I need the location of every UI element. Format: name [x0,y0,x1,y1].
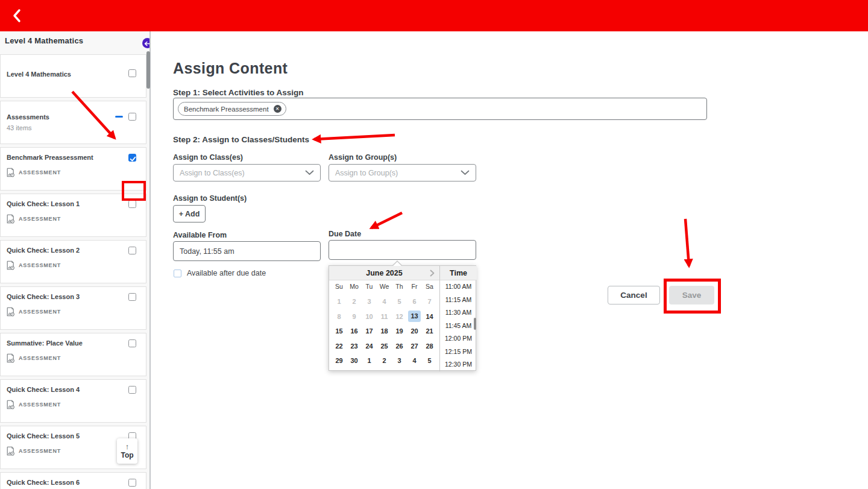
time-option[interactable]: 12:15 PM [440,345,477,359]
calendar-day[interactable]: 1 [362,353,377,368]
calendar-day[interactable]: 10 [362,309,377,324]
calendar-week-row: 1234567 [332,294,437,309]
item-type-label: ASSESSMENT [19,169,61,175]
item-checkbox[interactable] [128,293,136,301]
item-checkbox[interactable] [128,247,136,254]
item-count: 43 items [7,124,32,131]
calendar-day[interactable]: 17 [362,324,377,339]
calendar-day[interactable]: 11 [377,309,392,324]
sidebar-item-assessments[interactable]: 43 itemsAssessments [0,101,146,144]
due-date-label: Due Date [329,230,361,238]
calendar-day[interactable]: 23 [347,339,362,354]
calendar-day[interactable]: 21 [422,324,437,339]
calendar-day[interactable]: 13 [407,309,422,324]
time-option[interactable]: 11:45 AM [440,320,477,333]
sidebar-item-level-4-mathematics[interactable]: Level 4 Mathematics [0,54,146,98]
weekday-label: Fr [407,282,422,292]
item-type-row: ASSESSMENT [6,400,61,409]
calendar-day[interactable]: 3 [362,294,377,309]
calendar-day[interactable]: 30 [347,353,362,368]
item-type-label: ASSESSMENT [19,402,61,408]
available-from-input[interactable]: Today, 11:55 am [173,241,321,261]
annotation-arrow-due-date [371,213,402,228]
calendar-day[interactable]: 12 [392,309,407,324]
activity-tag: Benchmark Preassessment ✕ [178,102,286,116]
time-option[interactable]: 11:15 AM [440,294,477,307]
item-checkbox[interactable] [128,339,136,347]
remove-activity-icon[interactable]: ✕ [274,105,281,113]
calendar-day[interactable]: 7 [422,294,437,309]
item-checkbox[interactable] [128,113,136,121]
calendar-day[interactable]: 4 [407,353,422,368]
item-type-label: ASSESSMENT [19,262,61,268]
time-option[interactable]: 11:30 AM [440,306,477,320]
calendar-day[interactable]: 24 [362,339,377,354]
time-option[interactable]: 12:00 PM [440,332,477,345]
calendar-day[interactable]: 2 [377,353,392,368]
sidebar-item-benchmark-preassessment[interactable]: ASSESSMENTBenchmark Preassessment [0,147,146,191]
top-navigation-bar [0,0,868,31]
activity-tag-label: Benchmark Preassessment [184,106,269,113]
weekday-label: Th [392,282,407,292]
item-checkbox[interactable] [128,154,136,162]
calendar-day[interactable]: 29 [332,353,347,368]
calendar-day[interactable]: 18 [377,324,392,339]
calendar-day[interactable]: 25 [377,339,392,354]
calendar-day[interactable]: 1 [332,294,347,309]
save-button[interactable]: Save [669,286,714,304]
calendar-day[interactable]: 28 [422,339,437,354]
scroll-to-top-button[interactable]: ↑ Top [117,438,137,464]
calendar-day[interactable]: 5 [392,294,407,309]
calendar-day[interactable]: 6 [407,294,422,309]
calendar-day[interactable]: 22 [332,339,347,354]
assign-group-placeholder: Assign to Group(s) [329,169,461,177]
item-checkbox[interactable] [128,479,136,487]
calendar-day[interactable]: 19 [392,324,407,339]
item-type-label: ASSESSMENT [19,448,61,454]
sidebar-item-summative-place-value[interactable]: ASSESSMENTSummative: Place Value [0,333,146,376]
assign-group-label: Assign to Group(s) [329,153,397,162]
calendar-day[interactable]: 8 [332,309,347,324]
due-date-input[interactable] [329,240,476,260]
item-type-label: ASSESSMENT [19,216,61,222]
sidebar-scrollbar[interactable] [146,51,150,89]
cancel-button[interactable]: Cancel [608,286,660,304]
item-checkbox[interactable] [128,200,136,208]
calendar-day[interactable]: 9 [347,309,362,324]
back-button[interactable] [12,8,27,24]
calendar-day[interactable]: 27 [407,339,422,354]
arrow-up-icon: ↑ [125,443,130,451]
calendar-week-row: 22232425262728 [332,339,437,354]
calendar-day[interactable]: 20 [407,324,422,339]
assessment-document-icon [6,446,15,456]
time-option[interactable]: 11:00 AM [440,280,477,294]
calendar-day[interactable]: 15 [332,324,347,339]
item-checkbox[interactable] [128,386,136,394]
available-after-due-checkbox[interactable] [174,270,181,277]
sidebar-item-quick-check-lesson-6[interactable]: ASSESSMENTQuick Check: Lesson 6 [0,472,146,489]
assign-class-select[interactable]: Assign to Class(es) [173,164,321,181]
calendar-day[interactable]: 4 [377,294,392,309]
calendar-day[interactable]: 2 [347,294,362,309]
calendar-day[interactable]: 5 [422,353,437,368]
next-month-icon[interactable] [430,270,435,277]
add-student-button[interactable]: + Add [173,205,206,222]
assign-group-select[interactable]: Assign to Group(s) [329,164,476,181]
item-checkbox[interactable] [128,69,136,77]
calendar-day[interactable]: 3 [392,353,407,368]
sidebar-item-quick-check-lesson-2[interactable]: ASSESSMENTQuick Check: Lesson 2 [0,240,146,283]
sidebar-item-quick-check-lesson-1[interactable]: ASSESSMENTQuick Check: Lesson 1 [0,194,146,237]
selected-activities-input[interactable]: Benchmark Preassessment ✕ [173,98,707,120]
sidebar-item-quick-check-lesson-4[interactable]: ASSESSMENTQuick Check: Lesson 4 [0,379,146,423]
item-type-label: ASSESSMENT [19,355,61,361]
calendar-day[interactable]: 14 [422,309,437,324]
time-scrollbar[interactable] [474,318,476,330]
back-chevron-icon [12,15,22,25]
time-option[interactable]: 12:30 PM [440,358,477,371]
collapse-dash-icon[interactable] [115,116,123,118]
sidebar-item-quick-check-lesson-3[interactable]: ASSESSMENTQuick Check: Lesson 3 [0,286,146,330]
available-from-value: Today, 11:55 am [180,247,234,256]
calendar-day[interactable]: 26 [392,339,407,354]
calendar-day[interactable]: 16 [347,324,362,339]
sidebar-divider [149,31,151,489]
